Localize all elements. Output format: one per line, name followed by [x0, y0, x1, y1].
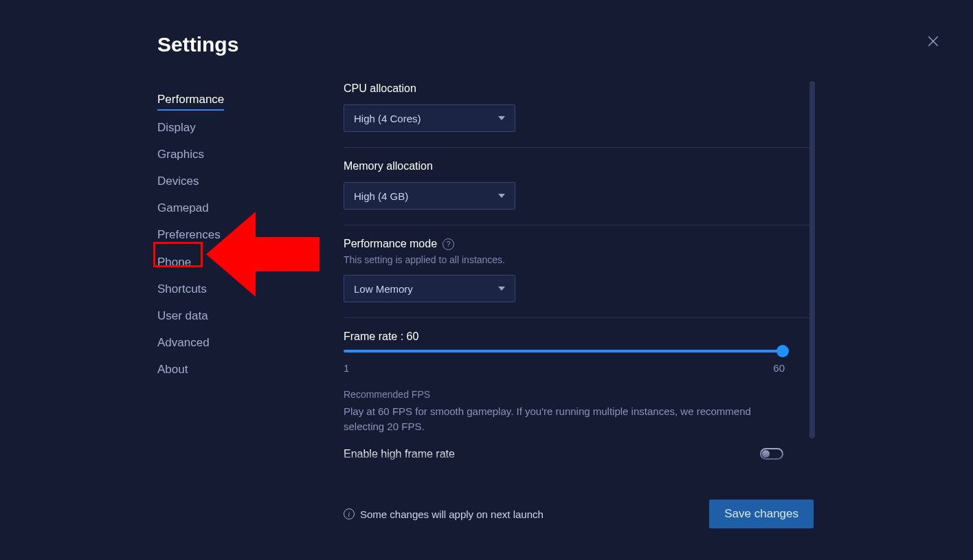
high-frame-rate-label: Enable high frame rate: [344, 448, 455, 460]
fps-recommendation-body: Play at 60 FPS for smooth gameplay. If y…: [344, 404, 783, 434]
memory-allocation-block: Memory allocation High (4 GB): [344, 160, 814, 225]
sidebar-item-gamepad[interactable]: Gamepad: [157, 195, 295, 222]
close-button[interactable]: [921, 29, 946, 54]
settings-sidebar: Performance Display Graphics Devices Gam…: [157, 87, 295, 383]
performance-mode-block: Performance mode ? This setting is appli…: [344, 238, 814, 318]
info-icon: i: [344, 508, 355, 519]
performance-mode-dropdown[interactable]: Low Memory: [344, 275, 515, 302]
footer-note: i Some changes will apply on next launch: [344, 508, 544, 520]
fps-recommendation-title: Recommended FPS: [344, 389, 814, 400]
settings-window: Settings Performance Display Graphics De…: [0, 0, 973, 560]
performance-mode-value: Low Memory: [354, 283, 413, 295]
frame-rate-slider-thumb[interactable]: [776, 345, 789, 357]
footer: i Some changes will apply on next launch…: [344, 500, 814, 528]
chevron-down-icon: [498, 194, 505, 198]
memory-allocation-label: Memory allocation: [344, 160, 814, 172]
sidebar-item-display[interactable]: Display: [157, 115, 295, 142]
settings-content: CPU allocation High (4 Cores) Memory all…: [344, 82, 814, 478]
sidebar-item-user-data[interactable]: User data: [157, 303, 295, 330]
frame-rate-label: Frame rate : 60: [344, 331, 814, 343]
sidebar-item-preferences[interactable]: Preferences: [157, 222, 295, 249]
performance-mode-desc: This setting is applied to all instances…: [344, 254, 814, 265]
frame-rate-block: Frame rate : 60 1 60 Recommended FPS Pla…: [344, 331, 814, 478]
sidebar-item-advanced[interactable]: Advanced: [157, 330, 295, 357]
memory-allocation-value: High (4 GB): [354, 190, 408, 202]
high-frame-rate-row: Enable high frame rate: [344, 448, 783, 460]
close-icon: [926, 34, 940, 48]
cpu-allocation-value: High (4 Cores): [354, 113, 421, 124]
sidebar-item-phone[interactable]: Phone: [157, 249, 295, 276]
cpu-allocation-block: CPU allocation High (4 Cores): [344, 82, 814, 148]
sidebar-item-about[interactable]: About: [157, 357, 295, 383]
info-icon[interactable]: ?: [443, 238, 454, 250]
frame-rate-min: 1: [344, 362, 349, 374]
vsync-label: Enable VSync (to prevent screen tearing): [344, 470, 545, 478]
sidebar-item-devices[interactable]: Devices: [157, 168, 295, 195]
scrollbar[interactable]: [809, 81, 815, 438]
chevron-down-icon: [498, 287, 505, 291]
sidebar-item-shortcuts[interactable]: Shortcuts: [157, 276, 295, 303]
performance-mode-label: Performance mode ?: [344, 238, 814, 250]
frame-rate-max: 60: [773, 362, 785, 374]
cpu-allocation-label: CPU allocation: [344, 82, 814, 95]
cpu-allocation-dropdown[interactable]: High (4 Cores): [344, 104, 515, 132]
sidebar-item-performance[interactable]: Performance: [157, 87, 224, 111]
high-frame-rate-toggle[interactable]: [760, 448, 783, 460]
save-changes-button[interactable]: Save changes: [709, 500, 814, 528]
chevron-down-icon: [498, 116, 505, 120]
vsync-row: Enable VSync (to prevent screen tearing): [344, 470, 783, 478]
sidebar-item-graphics[interactable]: Graphics: [157, 142, 295, 168]
page-title: Settings: [157, 33, 238, 56]
frame-rate-slider[interactable]: [344, 350, 783, 352]
vsync-toggle[interactable]: [760, 470, 783, 478]
memory-allocation-dropdown[interactable]: High (4 GB): [344, 182, 515, 210]
